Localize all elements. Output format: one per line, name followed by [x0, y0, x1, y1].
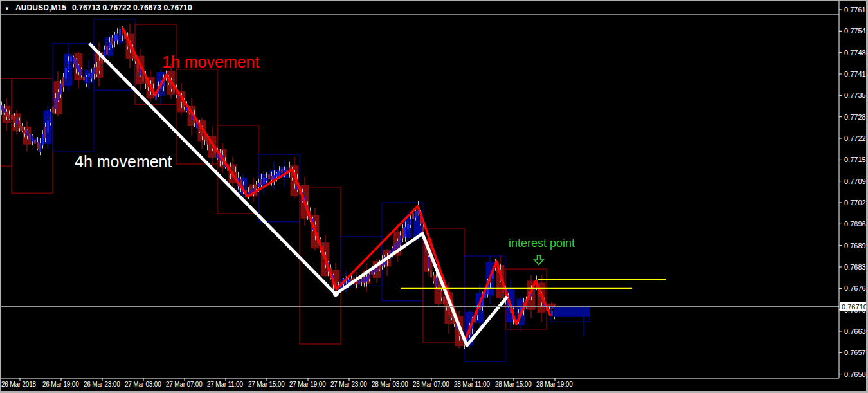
price-tick-label: 0.76830 — [844, 263, 868, 271]
annotation-1h-movement[interactable]: 1h movement — [162, 54, 259, 70]
m15-candle-body — [19, 120, 21, 128]
m15-candle-body — [258, 183, 260, 187]
m15-candle-body — [73, 57, 75, 64]
annotation-4h-movement[interactable]: 4h movement — [75, 154, 172, 170]
m15-candle-body — [52, 107, 54, 113]
m15-candle-body — [404, 227, 406, 237]
m15-candle-body — [88, 73, 90, 77]
m15-candle-body — [142, 76, 144, 82]
time-tick-label: 26 Mar 19:00 — [42, 381, 79, 388]
m15-candle-body — [91, 73, 93, 79]
price-tick-label: 0.77415 — [844, 70, 868, 78]
m15-candle-body — [42, 134, 44, 145]
m15-candle-body — [55, 98, 57, 109]
h4-candle-box — [217, 125, 258, 214]
m15-candle-body — [368, 274, 370, 279]
m15-candle-body — [430, 271, 432, 277]
price-tick-label: 0.76570 — [844, 349, 868, 356]
m15-candle-body — [415, 211, 417, 218]
time-tick-label: 28 Mar 11:00 — [454, 381, 490, 388]
window-frame-left — [0, 0, 1, 393]
price-tick-label: 0.77155 — [844, 156, 868, 163]
m15-candle-body — [68, 61, 69, 71]
m15-candle-body — [29, 134, 31, 140]
m15-candle-body — [70, 56, 72, 62]
m15-candle-body — [75, 59, 77, 69]
m15-candle-body — [32, 135, 33, 141]
m15-candle-body — [57, 92, 59, 100]
m15-candle-body — [93, 68, 95, 74]
m15-candle-body — [399, 235, 401, 245]
annotation-interest-point[interactable]: interest point — [509, 237, 575, 249]
m15-candle-body — [276, 173, 278, 176]
m15-candle-body — [62, 77, 64, 87]
price-tick-label: 0.77480 — [844, 49, 868, 57]
time-tick-label: 26 Mar 23:00 — [84, 381, 120, 388]
m15-candle-body — [16, 119, 18, 125]
m15-candle-body — [410, 219, 411, 225]
price-axis[interactable]: 0.776100.775450.774800.774150.773500.772… — [839, 6, 868, 378]
window-frame-top — [0, 0, 868, 1]
time-tick-label: 27 Mar 03:00 — [125, 381, 161, 388]
m15-candle-body — [281, 169, 283, 173]
time-tick-label: 27 Mar 19:00 — [289, 381, 326, 388]
m15-candle-body — [392, 248, 393, 253]
m15-candle-body — [361, 279, 363, 282]
collapse-ohlc-icon[interactable]: ▼ — [5, 6, 10, 12]
m15-candle-body — [435, 278, 437, 287]
price-tick-label: 0.77610 — [844, 6, 868, 14]
time-axis[interactable]: 26 Mar 201826 Mar 19:0026 Mar 23:0027 Ma… — [1, 378, 573, 388]
m15-candle-body — [278, 171, 280, 176]
current-price-tag: 0.76710 — [840, 302, 867, 311]
chart-title-bar: ▼ AUDUSD,M15 0.76713 0.76722 0.76673 0.7… — [5, 3, 192, 12]
m15-candle-body — [266, 178, 267, 181]
m15-candle-body — [371, 271, 373, 275]
mt4-chart-window: 0.776100.775450.774800.774150.773500.772… — [0, 0, 868, 393]
m15-candle-body — [428, 257, 429, 268]
time-tick-label: 27 Mar 11:00 — [207, 381, 243, 388]
m15-candle-body — [37, 142, 39, 149]
chart-canvas[interactable]: 0.776100.775450.774800.774150.773500.772… — [0, 0, 868, 393]
m15-candle-body — [50, 112, 51, 123]
price-tick-label: 0.76895 — [844, 242, 868, 250]
m15-candles-layer — [1, 25, 590, 349]
m15-candle-body — [39, 143, 41, 152]
m15-candle-body — [11, 114, 13, 119]
m15-candle-body — [268, 174, 270, 179]
current-price-label: 0.76710 — [842, 303, 867, 311]
m15-candle-body — [21, 126, 23, 131]
m15-candle-body — [109, 42, 111, 48]
m15-candle-body — [98, 61, 100, 71]
price-tick-label: 0.77545 — [844, 27, 868, 35]
time-tick-label: 28 Mar 07:00 — [413, 381, 449, 388]
m15-candle-body — [271, 176, 273, 180]
time-tick-label: 28 Mar 15:00 — [495, 381, 532, 388]
m15-candle-body — [80, 69, 82, 75]
symbol-period-label: AUDUSD,M15 — [15, 3, 66, 12]
price-tick-label: 0.77090 — [844, 178, 868, 185]
price-tick-label: 0.77025 — [844, 199, 868, 206]
down-arrow-icon[interactable] — [533, 255, 545, 268]
m15-candle-body — [96, 67, 98, 74]
m15-candle-body — [443, 296, 445, 304]
price-tick-label: 0.76635 — [844, 327, 868, 335]
h1-candles-layer — [3, 24, 556, 349]
m15-candle-body — [26, 130, 28, 136]
m15-candle-body — [111, 38, 113, 45]
price-tick-label: 0.77220 — [844, 134, 868, 142]
time-tick-label: 28 Mar 19:00 — [536, 381, 573, 388]
m15-candle-body — [255, 184, 257, 189]
m15-candle-body — [86, 77, 87, 84]
m15-candle-body — [116, 33, 118, 40]
time-tick-label: 27 Mar 23:00 — [330, 381, 367, 388]
m15-candle-body — [78, 65, 80, 72]
m15-candle-body — [114, 35, 116, 42]
m15-candle-body — [407, 224, 409, 230]
m15-candle-body — [106, 46, 108, 55]
m15-candle-body — [60, 84, 62, 95]
m15-candle-body — [366, 277, 368, 282]
ohlc-quotes-label: 0.76713 0.76722 0.76673 0.76710 — [72, 3, 192, 12]
price-tick-label: 0.76505 — [844, 370, 868, 378]
m15-candle-body — [8, 115, 10, 119]
m15-candle-body — [3, 108, 5, 113]
